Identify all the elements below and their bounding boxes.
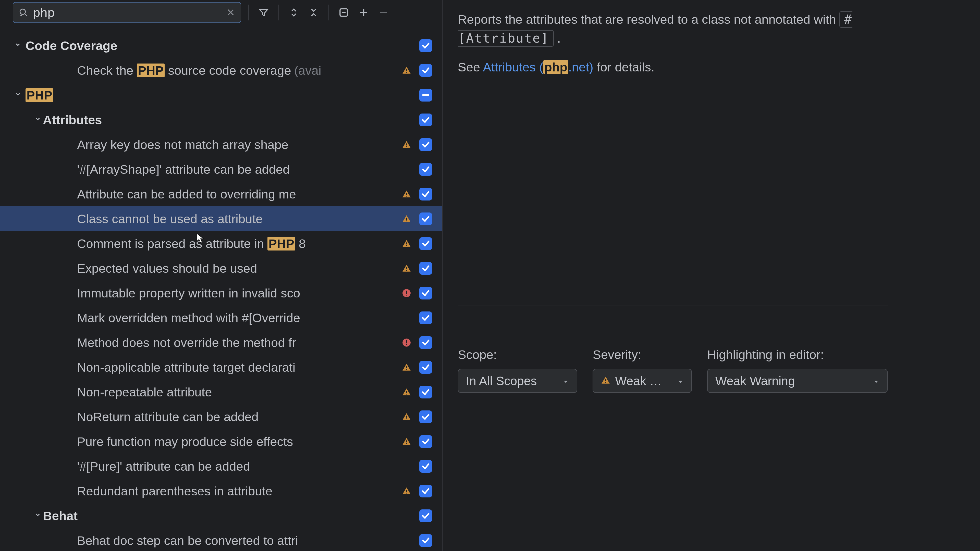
search-field-wrapper[interactable]: ✕ [13, 2, 241, 23]
inspection-checkbox[interactable] [419, 485, 432, 497]
clear-search-icon[interactable]: ✕ [226, 7, 235, 17]
expand-icon[interactable] [286, 5, 301, 20]
inspection-checkbox[interactable] [419, 39, 432, 52]
svg-rect-17 [406, 267, 407, 269]
tree-item[interactable]: '#[Pure]' attribute can be added [0, 454, 442, 478]
inspections-tree[interactable]: Code CoverageCheck the PHP source code c… [0, 27, 442, 551]
tree-item[interactable]: Pure function may produce side effects [0, 429, 442, 454]
svg-rect-36 [605, 382, 606, 383]
tree-label: Array key does not match array shape [77, 138, 401, 152]
search-icon [19, 8, 28, 17]
tree-item[interactable]: NoReturn attribute can be added [0, 404, 442, 429]
inspection-checkbox[interactable] [419, 188, 432, 200]
tree-item[interactable]: Non-repeatable attribute [0, 380, 442, 404]
tree-label: '#[ArrayShape]' attribute can be added [77, 162, 401, 176]
inspections-left-panel: ✕ [0, 0, 442, 551]
highlighting-select[interactable]: Weak Warning [707, 369, 888, 393]
tree-label: Check the PHP source code coverage(avai [77, 63, 401, 78]
svg-rect-13 [406, 218, 407, 220]
inspections-toolbar: ✕ [0, 0, 442, 27]
inspection-checkbox[interactable] [419, 114, 432, 126]
tree-item[interactable]: Redundant parentheses in attribute [0, 478, 442, 503]
warning-icon [401, 362, 412, 372]
tree-item[interactable]: Behat doc step can be converted to attri [0, 528, 442, 551]
chevron-down-icon[interactable] [13, 41, 23, 50]
inspection-checkbox[interactable] [419, 361, 432, 374]
chevron-down-icon[interactable] [33, 116, 43, 124]
tree-label: Code Coverage [25, 38, 401, 53]
tree-group[interactable]: Code Coverage [0, 33, 442, 58]
svg-rect-12 [406, 196, 407, 197]
svg-rect-28 [406, 394, 407, 394]
svg-rect-9 [406, 143, 407, 145]
inspection-checkbox[interactable] [419, 311, 432, 324]
inspection-checkbox[interactable] [419, 89, 432, 102]
collapse-icon[interactable] [306, 5, 321, 20]
tree-item[interactable]: Immutable property written in invalid sc… [0, 281, 442, 305]
highlighted-match: php [543, 60, 568, 74]
tree-group[interactable]: PHP [0, 83, 442, 107]
disable-new-icon[interactable] [336, 5, 352, 20]
chevron-down-icon [677, 374, 684, 388]
severity-select[interactable]: Weak … [593, 369, 692, 393]
remove-icon[interactable] [376, 5, 391, 20]
tree-item[interactable]: Comment is parsed as attribute in PHP 8 [0, 231, 442, 256]
svg-rect-27 [406, 391, 407, 393]
tree-group[interactable]: Attributes [0, 107, 442, 132]
inspection-checkbox[interactable] [419, 336, 432, 349]
tree-label: PHP [25, 88, 401, 102]
highlighted-match: PHP [137, 64, 165, 77]
inspection-checkbox[interactable] [419, 163, 432, 176]
svg-rect-31 [406, 440, 407, 442]
error-icon [401, 338, 412, 348]
tree-label: Method does not override the method fr [77, 335, 401, 350]
tree-label: Redundant parentheses in attribute [77, 484, 401, 498]
warning-icon [401, 140, 412, 149]
svg-rect-35 [605, 379, 606, 381]
inspection-checkbox[interactable] [419, 435, 432, 448]
tree-item[interactable]: Expected values should be used [0, 256, 442, 281]
tree-group[interactable]: Behat [0, 503, 442, 528]
inspection-checkbox[interactable] [419, 510, 432, 522]
tree-item[interactable]: Attribute can be added to overriding me [0, 182, 442, 206]
tree-item[interactable]: Method does not override the method fr [0, 330, 442, 355]
inspection-checkbox[interactable] [419, 213, 432, 225]
add-icon[interactable] [356, 5, 371, 20]
inspection-checkbox[interactable] [419, 386, 432, 399]
svg-rect-30 [406, 418, 407, 419]
scope-select[interactable]: In All Scopes [458, 369, 577, 393]
filter-icon[interactable] [256, 5, 271, 20]
svg-line-1 [25, 14, 27, 16]
inspection-checkbox[interactable] [419, 138, 432, 151]
inspection-checkbox[interactable] [419, 460, 432, 473]
chevron-down-icon [873, 374, 880, 388]
inspection-checkbox[interactable] [419, 237, 432, 250]
tree-item[interactable]: Mark overridden method with #[Override [0, 305, 442, 330]
tree-item[interactable]: '#[ArrayShape]' attribute can be added [0, 157, 442, 182]
tree-item[interactable]: Non-applicable attribute target declarat… [0, 355, 442, 380]
inspection-see-also: See Attributes (php.net) for details. [458, 58, 890, 77]
svg-rect-8 [406, 72, 407, 73]
chevron-down-icon[interactable] [33, 511, 43, 520]
chevron-down-icon [563, 374, 569, 388]
inspection-checkbox[interactable] [419, 287, 432, 300]
tree-label: NoReturn attribute can be added [77, 410, 401, 424]
svg-rect-21 [406, 295, 407, 295]
description-text: Reports the attributes that are resolved… [458, 13, 839, 26]
search-input[interactable] [33, 5, 221, 20]
inspection-checkbox[interactable] [419, 64, 432, 77]
svg-rect-26 [406, 369, 407, 370]
chevron-down-icon[interactable] [13, 91, 23, 99]
tree-item[interactable]: Check the PHP source code coverage(avai [0, 58, 442, 83]
tree-item[interactable]: Array key does not match array shape [0, 132, 442, 157]
tree-label: Pure function may produce side effects [77, 434, 401, 449]
doc-link[interactable]: Attributes (php.net) [483, 60, 593, 74]
svg-rect-10 [406, 146, 407, 147]
inspection-checkbox[interactable] [419, 410, 432, 423]
inspection-checkbox[interactable] [419, 262, 432, 275]
highlighting-label: Highlighting in editor: [707, 348, 888, 362]
tree-label: Behat doc step can be converted to attri [77, 534, 401, 548]
svg-rect-34 [406, 492, 407, 493]
tree-item[interactable]: Class cannot be used as attribute [0, 206, 442, 231]
inspection-checkbox[interactable] [419, 534, 432, 547]
